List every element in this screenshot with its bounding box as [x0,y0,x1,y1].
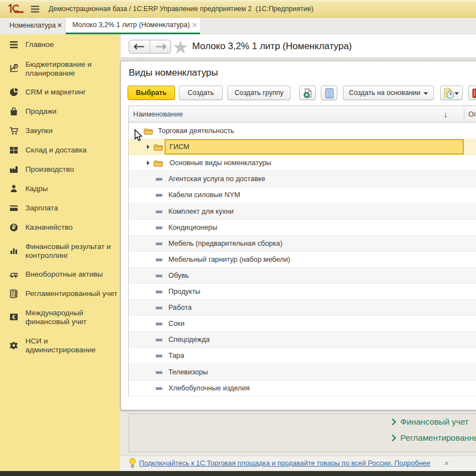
svg-text:Р: Р [14,64,17,68]
svg-text:₽: ₽ [12,224,16,230]
svg-text:€: € [12,314,15,320]
